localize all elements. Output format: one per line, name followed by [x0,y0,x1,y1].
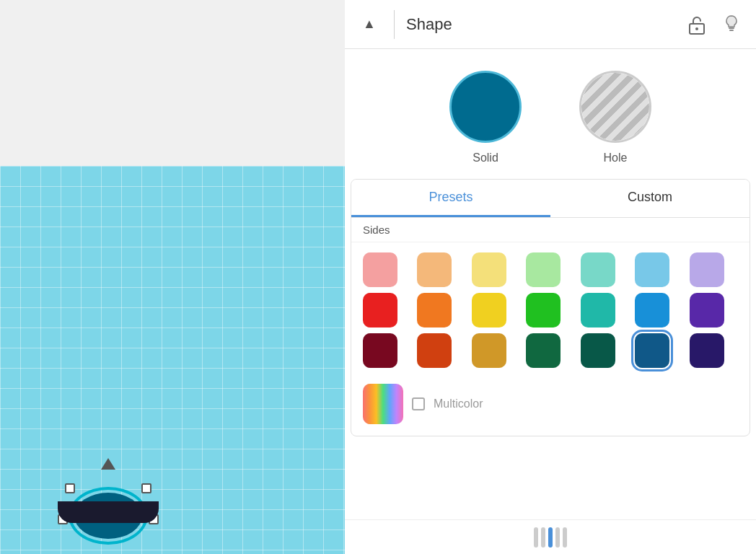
swatch-dark-green[interactable] [526,333,561,368]
grid-area: ↺ [0,166,346,554]
swatch-blue[interactable] [635,293,669,327]
swatch-blue-light[interactable] [635,252,669,287]
swatch-purple[interactable] [690,293,724,327]
object-base [58,501,159,523]
color-swatches-grid [351,242,750,378]
swatch-dark-orange[interactable] [417,333,452,368]
swatch-purple-light[interactable] [690,252,724,287]
bottom-bar [345,519,756,554]
swatch-yellow-light[interactable] [472,252,506,287]
hole-circle[interactable] [579,71,651,143]
solid-label: Solid [472,151,498,164]
svg-rect-3 [729,30,734,31]
bulb-icon [723,14,740,35]
3d-shape: ↺ [50,462,166,554]
bar-seg-4 [555,527,560,548]
multicolor-row: Multicolor [351,378,750,436]
right-panel: ▲ Shape Solid Hol [345,0,756,554]
sides-label: Sides [363,224,390,236]
hole-stripes [581,73,649,141]
hint-button[interactable] [718,12,744,38]
hole-option[interactable]: Hole [579,71,651,164]
bar-seg-2 [541,527,545,548]
swatch-teal-light[interactable] [581,252,615,287]
swatch-pink-light[interactable] [363,252,397,287]
color-panel: Presets Custom Sides Multicolor [351,179,750,436]
upload-button[interactable]: ▲ [356,12,382,38]
upload-icon: ▲ [363,17,376,32]
hole-label: Hole [604,151,628,164]
color-tabs: Presets Custom [351,180,750,218]
tab-custom[interactable]: Custom [550,180,750,217]
multicolor-label: Multicolor [434,397,483,410]
multicolor-checkbox[interactable] [412,397,425,410]
bar-seg-1 [534,527,538,548]
swatch-dark-yellow[interactable] [472,333,506,368]
lock-icon [687,14,706,35]
panel-header: ▲ Shape [345,0,756,49]
swatch-red[interactable] [363,293,397,327]
move-up-arrow[interactable] [101,458,115,470]
tab-presets[interactable]: Presets [351,180,550,217]
swatch-peach[interactable] [417,252,452,287]
swatch-dark-red[interactable] [363,333,397,368]
svg-rect-2 [729,27,734,29]
3d-object-container[interactable]: ↺ [36,440,180,554]
swatch-green[interactable] [526,293,561,327]
header-divider [394,10,395,39]
solid-option[interactable]: Solid [449,71,522,164]
swatch-teal[interactable] [581,293,615,327]
swatch-dark-blue[interactable] [635,333,669,368]
canvas-area: ↺ [0,0,346,554]
swatch-orange[interactable] [417,293,452,327]
panel-title: Shape [406,15,675,34]
swatch-dark-purple[interactable] [690,333,724,368]
swatch-dark-teal[interactable] [581,333,615,368]
sides-row: Sides [351,218,750,242]
shape-type-section: Solid Hole [345,49,756,179]
swatch-yellow[interactable] [472,293,506,327]
swatch-green-light[interactable] [526,252,561,287]
bar-seg-3 [548,527,553,548]
bar-seg-5 [563,527,567,548]
solid-circle[interactable] [449,71,522,143]
rainbow-swatch[interactable] [363,384,403,424]
lock-button[interactable] [684,12,710,38]
svg-point-1 [695,27,698,30]
